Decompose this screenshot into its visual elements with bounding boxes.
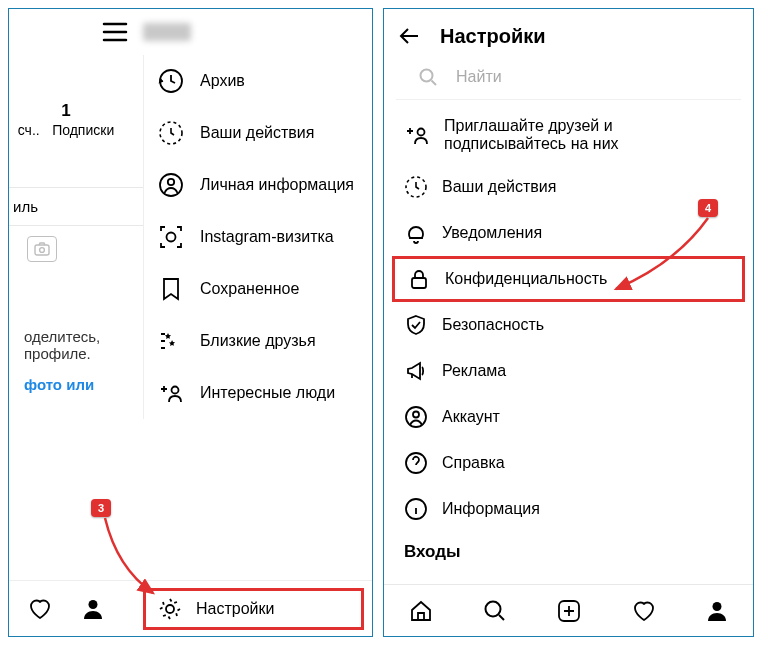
heart-icon[interactable]: [27, 597, 53, 621]
profile-menu-screen: 1 сч.. Подписки иль оделитесь, профиле. …: [8, 8, 373, 637]
menu-activity[interactable]: Ваши действия: [144, 107, 372, 159]
invite-friends-icon: [404, 122, 430, 148]
person-circle-icon: [158, 172, 184, 198]
share-link[interactable]: фото или: [24, 376, 134, 393]
search-icon: [418, 67, 438, 87]
setting-help-label: Справка: [442, 454, 505, 472]
setting-security[interactable]: Безопасность: [384, 302, 753, 348]
nametag-icon: [158, 224, 184, 250]
archive-icon: [158, 68, 184, 94]
svg-point-11: [89, 600, 98, 609]
close-friends-icon: [158, 328, 184, 354]
profile-left-column: 1 сч.. Подписки иль оделитесь, профиле. …: [9, 55, 143, 393]
menu-nametag[interactable]: Instagram-визитка: [144, 211, 372, 263]
topbar: [9, 9, 372, 55]
svg-rect-16: [412, 278, 426, 288]
profile-tab-icon[interactable]: [705, 599, 729, 623]
svg-point-21: [486, 601, 501, 616]
logins-section-title: Входы: [384, 532, 753, 562]
menu-nametag-label: Instagram-визитка: [200, 228, 334, 246]
settings-button[interactable]: Настройки: [143, 588, 364, 630]
account-icon: [404, 405, 428, 429]
menu-archive[interactable]: Архив: [144, 55, 372, 107]
search-placeholder: Найти: [456, 68, 502, 86]
svg-point-12: [166, 605, 174, 613]
stat-label: Подписки: [52, 122, 114, 138]
step-badge-4: 4: [698, 199, 718, 217]
step-badge-3: 3: [91, 499, 111, 517]
share-line1: оделитесь,: [24, 328, 134, 345]
username-blurred: [143, 23, 191, 41]
tabbar: [384, 584, 753, 636]
setting-about[interactable]: Информация: [384, 486, 753, 532]
menu-close-friends-label: Близкие друзья: [200, 332, 316, 350]
setting-account[interactable]: Аккаунт: [384, 394, 753, 440]
menu-close-friends[interactable]: Близкие друзья: [144, 315, 372, 367]
stat-label-cut: сч..: [18, 122, 40, 138]
svg-point-23: [712, 602, 721, 611]
setting-invite-line2: подписывайтесь на них: [444, 135, 619, 153]
menu-activity-label: Ваши действия: [200, 124, 314, 142]
search-input[interactable]: Найти: [396, 63, 741, 100]
setting-about-label: Информация: [442, 500, 540, 518]
svg-rect-3: [35, 245, 49, 255]
menu-saved[interactable]: Сохраненное: [144, 263, 372, 315]
activity-icon: [404, 175, 428, 199]
setting-privacy[interactable]: Конфиденциальность: [392, 256, 745, 302]
settings-header: Настройки: [384, 9, 753, 63]
heart-tab-icon[interactable]: [631, 599, 657, 623]
camera-placeholder-icon[interactable]: [27, 236, 57, 262]
settings-label: Настройки: [196, 600, 274, 618]
bell-icon: [404, 221, 428, 245]
svg-point-9: [167, 233, 176, 242]
profile-tab[interactable]: иль: [9, 187, 143, 226]
info-icon: [404, 497, 428, 521]
setting-privacy-label: Конфиденциальность: [445, 270, 607, 288]
setting-activity-label: Ваши действия: [442, 178, 556, 196]
menu-personal-info-label: Личная информация: [200, 176, 354, 194]
profile-tab-label: иль: [13, 198, 38, 215]
setting-account-label: Аккаунт: [442, 408, 500, 426]
svg-point-14: [418, 129, 425, 136]
back-arrow-icon[interactable]: [398, 24, 422, 48]
bookmark-icon: [158, 276, 184, 302]
help-icon: [404, 451, 428, 475]
menu-discover-label: Интересные люди: [200, 384, 335, 402]
settings-screen: Настройки Найти Приглашайте друзей и под…: [383, 8, 754, 637]
svg-point-10: [172, 387, 179, 394]
stat-number: 1: [18, 101, 114, 121]
setting-notifications-label: Уведомления: [442, 224, 542, 242]
activity-icon: [158, 120, 184, 146]
setting-help[interactable]: Справка: [384, 440, 753, 486]
home-icon[interactable]: [408, 598, 434, 624]
svg-point-13: [421, 70, 433, 82]
setting-invite-line1: Приглашайте друзей и: [444, 117, 619, 135]
megaphone-icon: [404, 359, 428, 383]
profile-icon[interactable]: [81, 597, 105, 621]
settings-list: Приглашайте друзей и подписывайтесь на н…: [384, 100, 753, 562]
search-tab-icon[interactable]: [482, 598, 508, 624]
lock-icon: [407, 267, 431, 291]
setting-notifications[interactable]: Уведомления: [384, 210, 753, 256]
svg-point-4: [40, 248, 45, 253]
svg-point-8: [168, 179, 174, 185]
svg-point-18: [413, 412, 419, 418]
menu-archive-label: Архив: [200, 72, 245, 90]
menu-discover-people[interactable]: Интересные люди: [144, 367, 372, 419]
share-prompt: оделитесь, профиле. фото или: [24, 328, 134, 393]
setting-ads-label: Реклама: [442, 362, 506, 380]
menu-personal-info[interactable]: Личная информация: [144, 159, 372, 211]
share-line2: профиле.: [24, 345, 134, 362]
gear-icon: [158, 597, 182, 621]
hamburger-icon[interactable]: [101, 21, 129, 43]
side-menu: Архив Ваши действия Личная информация In…: [143, 55, 372, 419]
add-post-icon[interactable]: [556, 598, 582, 624]
add-person-icon: [158, 380, 184, 406]
setting-invite[interactable]: Приглашайте друзей и подписывайтесь на н…: [384, 106, 753, 164]
setting-ads[interactable]: Реклама: [384, 348, 753, 394]
subscriptions-stat[interactable]: 1 сч.. Подписки: [18, 101, 114, 139]
setting-security-label: Безопасность: [442, 316, 544, 334]
menu-saved-label: Сохраненное: [200, 280, 299, 298]
shield-icon: [404, 313, 428, 337]
settings-title: Настройки: [440, 25, 546, 48]
